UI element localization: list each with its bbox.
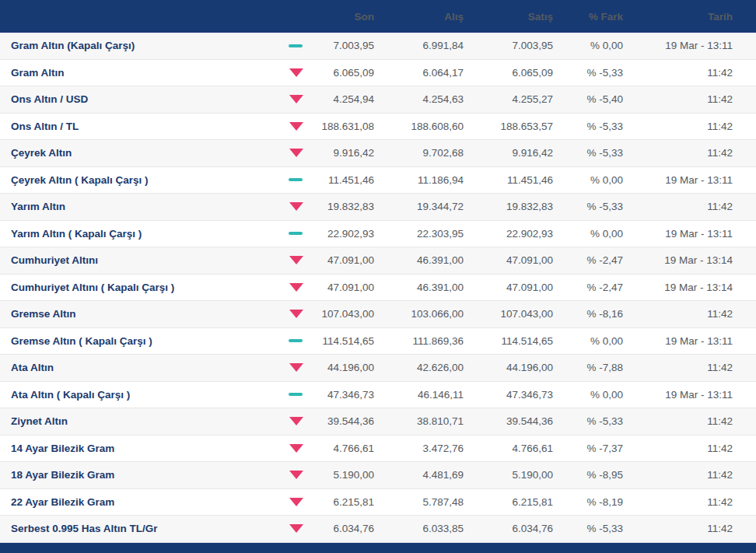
son-value: 4.254,94	[311, 93, 385, 105]
instrument-name-link[interactable]: 22 Ayar Bilezik Gram	[0, 496, 249, 508]
trend-cell	[249, 283, 311, 292]
table-row: Yarım Altın ( Kapalı Çarşı ) 22.902,93 2…	[0, 221, 756, 248]
trend-down-icon	[289, 202, 303, 211]
fark-value: % -7,37	[564, 443, 634, 454]
instrument-name-link[interactable]: Ata Altın	[0, 362, 249, 373]
son-value: 188.631,08	[311, 121, 385, 132]
tarih-value: 11:42	[634, 469, 756, 481]
tarih-value: 11:42	[634, 362, 756, 373]
fark-value: % 0,00	[564, 228, 634, 240]
son-value: 107.043,00	[311, 308, 385, 320]
fark-value: % -8,16	[564, 308, 634, 320]
instrument-name-link[interactable]: Çeyrek Altın ( Kapalı Çarşı )	[0, 174, 249, 186]
instrument-name-link[interactable]: Gremse Altın	[0, 308, 249, 320]
alis-value: 42.626,00	[385, 362, 474, 373]
alis-value: 4.481,69	[385, 469, 474, 481]
son-value: 9.916,42	[311, 147, 385, 159]
trend-cell	[249, 44, 311, 47]
satis-value: 22.902,93	[474, 228, 564, 240]
instrument-name-link[interactable]: Gremse Altın ( Kapalı Çarşı )	[0, 335, 249, 347]
fark-value: % -5,33	[564, 523, 634, 534]
instrument-name-link[interactable]: Gram Altın	[0, 67, 249, 79]
tarih-value: 19 Mar - 13:11	[634, 228, 756, 240]
table-row: Ziynet Altın 39.544,36 38.810,71 39.544,…	[0, 408, 756, 436]
trend-down-icon	[289, 256, 303, 264]
instrument-name-link[interactable]: Ons Altın / USD	[0, 93, 249, 105]
trend-down-icon	[289, 68, 303, 77]
trend-cell	[249, 149, 311, 157]
satis-value: 9.916,42	[474, 147, 564, 159]
fark-value: % -5,33	[564, 121, 634, 132]
tarih-value: 19 Mar - 13:11	[634, 335, 756, 347]
trend-cell	[249, 256, 311, 264]
trend-down-icon	[289, 95, 303, 103]
instrument-name-link[interactable]: Çeyrek Altın	[0, 147, 249, 159]
satis-value: 47.091,00	[474, 254, 564, 266]
trend-flat-icon	[289, 178, 303, 181]
table-row: Ata Altın 44.196,00 42.626,00 44.196,00 …	[0, 355, 756, 382]
satis-value: 107.043,00	[474, 308, 564, 320]
satis-value: 47.346,73	[474, 389, 564, 401]
son-value: 11.451,46	[311, 174, 385, 186]
instrument-name-link[interactable]: Ziynet Altın	[0, 415, 249, 427]
instrument-name-link[interactable]: Gram Altın (Kapalı Çarşı)	[0, 40, 249, 51]
satis-value: 47.091,00	[474, 282, 564, 293]
table-row: 14 Ayar Bilezik Gram 4.766,61 3.472,76 4…	[0, 436, 756, 463]
table-row: Yarım Altın 19.832,83 19.344,72 19.832,8…	[0, 194, 756, 221]
fark-value: % 0,00	[564, 389, 634, 401]
son-value: 114.514,65	[311, 335, 385, 347]
satis-value: 114.514,65	[474, 335, 564, 347]
fark-value: % -5,33	[564, 147, 634, 159]
son-value: 6.065,09	[311, 67, 385, 79]
trend-down-icon	[289, 471, 303, 479]
tarih-value: 11:42	[634, 147, 756, 159]
instrument-name-link[interactable]: Yarım Altın	[0, 201, 249, 212]
tarih-value: 11:42	[634, 496, 756, 508]
table-row: 18 Ayar Bilezik Gram 5.190,00 4.481,69 5…	[0, 462, 756, 489]
alis-value: 38.810,71	[385, 415, 474, 427]
table-row: Serbest 0.995 Has Altın TL/Gr 6.034,76 6…	[0, 516, 756, 543]
fark-value: % 0,00	[564, 335, 634, 347]
tarih-value: 19 Mar - 13:11	[634, 40, 756, 51]
alis-value: 19.344,72	[385, 201, 474, 212]
instrument-name-link[interactable]: 18 Ayar Bilezik Gram	[0, 469, 249, 481]
instrument-name-link[interactable]: Yarım Altın ( Kapalı Çarşı )	[0, 228, 249, 240]
trend-cell	[249, 393, 311, 396]
satis-value: 4.766,61	[474, 443, 564, 454]
tarih-value: 11:42	[634, 415, 756, 427]
fark-value: % -5,33	[564, 415, 634, 427]
satis-value: 4.255,27	[474, 93, 564, 105]
son-value: 7.003,95	[311, 40, 385, 51]
satis-value: 6.215,81	[474, 496, 564, 508]
instrument-name-link[interactable]: Serbest 0.995 Has Altın TL/Gr	[0, 523, 249, 534]
table-row: Gram Altın 6.065,09 6.064,17 6.065,09 % …	[0, 60, 756, 87]
trend-cell	[249, 122, 311, 131]
tarih-value: 19 Mar - 13:11	[634, 389, 756, 401]
instrument-name-link[interactable]: Cumhuriyet Altını	[0, 254, 249, 266]
instrument-name-link[interactable]: Ons Altın / TL	[0, 121, 249, 132]
satis-value: 5.190,00	[474, 469, 564, 481]
table-row: Ons Altın / USD 4.254,94 4.254,63 4.255,…	[0, 86, 756, 114]
alis-value: 22.303,95	[385, 228, 474, 240]
alis-value: 6.064,17	[385, 67, 474, 79]
alis-value: 103.066,00	[385, 308, 474, 320]
tarih-value: 19 Mar - 13:14	[634, 282, 756, 293]
table-row: Cumhuriyet Altını ( Kapalı Çarşı ) 47.09…	[0, 275, 756, 302]
header-alis: Alış	[385, 11, 474, 23]
fark-value: % 0,00	[564, 40, 634, 51]
alis-value: 46.146,11	[385, 389, 474, 401]
fark-value: % 0,00	[564, 174, 634, 186]
fark-value: % -7,88	[564, 362, 634, 373]
instrument-name-link[interactable]: Cumhuriyet Altını ( Kapalı Çarşı )	[0, 282, 249, 293]
son-value: 19.832,83	[311, 201, 385, 212]
instrument-name-link[interactable]: 14 Ayar Bilezik Gram	[0, 443, 249, 454]
satis-value: 19.832,83	[474, 201, 564, 212]
instrument-name-link[interactable]: Ata Altın ( Kapalı Çarşı )	[0, 389, 249, 401]
alis-value: 3.472,76	[385, 443, 474, 454]
trend-cell	[249, 444, 311, 453]
alis-value: 5.787,48	[385, 496, 474, 508]
son-value: 47.091,00	[311, 254, 385, 266]
table-row: 22 Ayar Bilezik Gram 6.215,81 5.787,48 6…	[0, 489, 756, 516]
trend-cell	[249, 178, 311, 181]
fark-value: % -2,47	[564, 282, 634, 293]
